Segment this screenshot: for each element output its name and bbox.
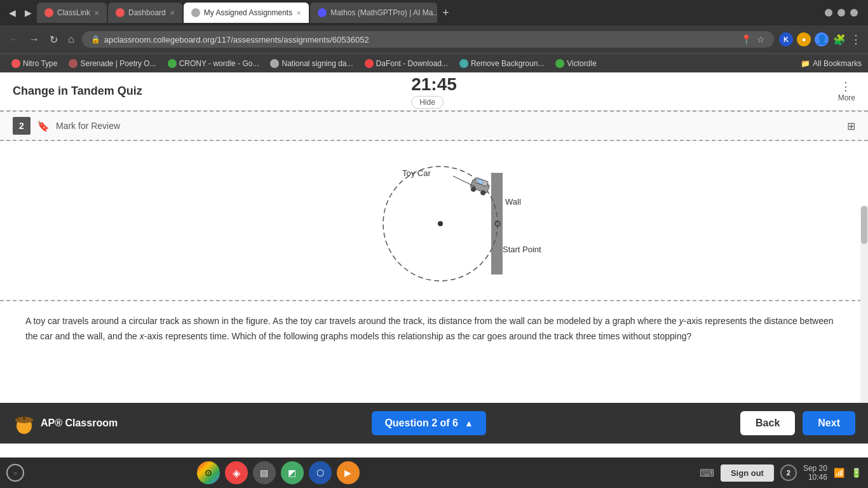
bookmark-remove-bg[interactable]: Remove Backgroun... [454,57,549,70]
address-field[interactable]: 🔒 apclassroom.collegeboard.org/117/asses… [82,31,774,48]
notification-badge[interactable]: 2 [780,464,797,481]
content-area[interactable]: 2 🔖 Mark for Review ⊞ [0,112,868,404]
quiz-header: Change in Tandem Quiz 21:45 Hide ⋮ More [0,72,868,111]
nav-back-button[interactable]: ← [6,31,22,48]
nav-buttons: Back Next [740,411,855,435]
maximize-button[interactable] [837,9,845,17]
nitro-type-icon [11,59,20,68]
bookmarks-folder-icon: 📁 [801,59,810,68]
notification-count: 2 [787,469,790,477]
more-dots-icon: ⋮ [840,81,853,92]
nav-refresh-button[interactable]: ↻ [47,31,60,48]
ext-person-icon[interactable]: 👤 [815,32,829,46]
next-button[interactable]: Next [803,411,855,435]
back-nav-btn[interactable]: ◀ [5,5,20,20]
hide-timer-button[interactable]: Hide [411,96,444,109]
all-bookmarks-label: All Bookmarks [813,59,862,68]
scrollbar-thumb[interactable] [861,206,867,244]
tab-my-assignments-close[interactable]: ✕ [296,10,301,17]
national-signing-icon [270,59,279,68]
tab-dashboard-label: Dashboard [128,8,166,17]
bookmark-victordle-label: Victordle [567,59,596,68]
browser-menu-icon[interactable]: ⋮ [850,32,862,46]
toy-car-text: Toy Car [402,168,431,178]
window-controls [825,9,863,17]
bookmark-nitro-type-label: Nitro Type [23,59,57,68]
taskbar-search-circle[interactable]: ○ [6,464,24,482]
remove-bg-icon [459,59,468,68]
taskbar-app2[interactable]: ◈ [225,461,248,484]
question-number-box: 2 [13,117,31,135]
scrollbar-track[interactable] [860,206,868,403]
question-indicator-button[interactable]: Question 2 of 6 ▲ [372,411,485,435]
tab-classlink[interactable]: ClassLink ✕ [37,3,107,23]
bookmark-nitro-type[interactable]: Nitro Type [6,57,62,70]
taskbar-chrome[interactable]: ⊙ [197,461,220,484]
app2-icon: ◈ [233,467,240,479]
bookmark-dafont-label: DaFont - Download... [376,59,448,68]
sign-out-button[interactable]: Sign out [721,464,774,482]
mark-review-label[interactable]: Mark for Review [56,121,120,131]
back-button[interactable]: Back [740,411,795,435]
taskbar-app6[interactable]: ▶ [337,461,360,484]
star-icon[interactable]: ☆ [757,34,765,44]
ext-coin-icon[interactable]: ● [797,32,811,46]
bookmark-serenade[interactable]: Serenade | Poetry O... [64,57,161,70]
tab-classlink-label: ClassLink [57,8,90,17]
dafont-icon [365,59,374,68]
nav-forward-button[interactable]: → [27,31,42,48]
wifi-icon: 📶 [834,468,844,478]
bookmarks-bar: Nitro Type Serenade | Poetry O... CRONY … [0,53,868,72]
app3-icon: ▤ [260,468,268,478]
taskbar-date-time: Sep 20 10:46 [803,464,827,482]
toy-car-shape [469,177,491,196]
location-icon[interactable]: 📍 [741,34,752,44]
victordle-icon [555,59,564,68]
forward-nav-btn[interactable]: ▶ [21,5,36,20]
question-number: 2 [19,121,24,131]
bookmark-mark-icon: 🔖 [37,120,50,132]
all-bookmarks-button[interactable]: 📁 All Bookmarks [801,59,862,68]
taskbar: ○ ⊙ ◈ ▤ ◩ ⬡ ▶ ⌨ Sign out 2 [0,458,868,488]
expand-icon[interactable]: ⊞ [847,120,855,132]
chevron-up-icon: ▲ [465,418,473,428]
diagram-container: Toy Car Wall Start Point [0,141,868,301]
wall-text: Wall [505,197,521,207]
bookmark-dafont[interactable]: DaFont - Download... [360,57,453,70]
svg-rect-7 [23,415,25,420]
nav-home-button[interactable]: ⌂ [65,31,77,48]
ap-acorn-icon [13,412,36,435]
bookmark-national-signing[interactable]: National signing da... [265,57,358,70]
tab-dashboard-close[interactable]: ✕ [170,10,175,17]
tab-classlink-close[interactable]: ✕ [94,10,99,17]
bottom-nav: AP® Classroom Question 2 of 6 ▲ Back Nex… [0,403,868,444]
tab-my-assignments-label: My Assigned Assignments [204,8,292,17]
taskbar-app5[interactable]: ⬡ [309,461,332,484]
taskbar-app4[interactable]: ◩ [281,461,304,484]
serenade-icon [69,59,78,68]
tab-mathos[interactable]: Mathos (MathGPTPro) | AI Ma... ✕ [310,3,437,23]
timer-display: 21:45 [411,74,457,94]
new-tab-button[interactable]: + [438,6,453,20]
question-paragraph: A toy car travels around a circular trac… [25,314,843,344]
ext-puzzle-icon[interactable]: 🧩 [832,32,846,46]
minimize-button[interactable] [825,9,832,17]
more-button[interactable]: ⋮ More [838,81,855,102]
close-button[interactable] [850,9,858,17]
quiz-title: Change in Tandem Quiz [13,85,142,98]
extension-icons: K ● 👤 🧩 ⋮ [779,32,862,46]
tab-my-assignments[interactable]: My Assigned Assignments ✕ [184,3,309,23]
start-point-text: Start Point [503,245,541,254]
bookmark-crony[interactable]: CRONY - wordle - Go... [163,57,264,70]
center-dot [438,221,443,226]
ap-classroom-text: AP® Classroom [41,417,118,429]
tab-dashboard[interactable]: Dashboard ✕ [108,3,182,23]
taskbar-date: Sep 20 [803,464,827,473]
bookmark-victordle[interactable]: Victordle [550,57,601,70]
ext-k-icon[interactable]: K [779,32,793,46]
question-indicator-label: Question 2 of 6 [384,417,458,429]
taskbar-app3[interactable]: ▤ [253,461,276,484]
more-label: More [838,93,855,102]
dashboard-favicon [116,8,125,17]
app4-icon: ◩ [288,468,296,478]
